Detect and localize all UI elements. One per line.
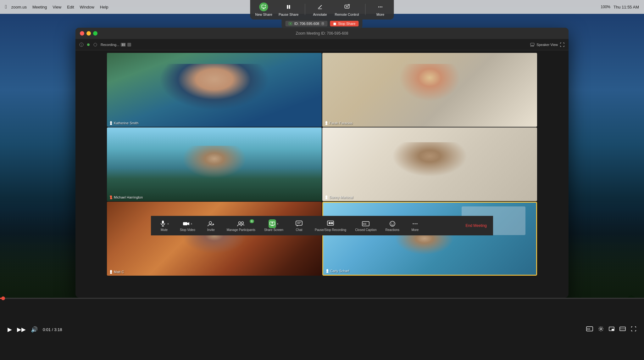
manage-participants-button[interactable]: 6 Manage Participants	[227, 220, 255, 232]
reactions-label: Reactions	[386, 228, 399, 232]
participants-count-badge: 6	[250, 219, 254, 223]
remote-control-button[interactable]: ↻ Remote Control	[335, 3, 359, 16]
new-share-label: New Share	[255, 13, 272, 16]
svg-point-61	[329, 222, 330, 224]
new-share-button[interactable]: New Share	[255, 3, 272, 16]
bottom-toolbar: ▲ Mute ▲ Stop Video	[151, 216, 493, 235]
remote-control-label: Remote Control	[335, 13, 359, 16]
stop-video-btn-group: ▲	[182, 220, 193, 228]
mute-btn-group: ▲	[159, 220, 169, 228]
menubar-window[interactable]: Window	[80, 5, 94, 9]
share-screen-label: Share Screen	[264, 228, 283, 232]
subtitles-button[interactable]: CC	[586, 326, 593, 333]
speaker-view-icon	[530, 43, 535, 47]
participant-name-farah: Farah Faracias	[325, 121, 353, 125]
apple-menu-icon[interactable]: 	[5, 4, 7, 10]
svg-rect-57	[296, 221, 302, 225]
svg-point-71	[417, 223, 418, 224]
svg-point-39	[325, 195, 327, 198]
pause-share-button[interactable]: Pause Share	[279, 3, 299, 16]
video-player-bar: ▶ ▶▶ 🔊 0:01 / 3:18 CC	[0, 298, 644, 360]
svg-rect-44	[162, 221, 164, 224]
reactions-button[interactable]: Reactions	[386, 220, 399, 232]
menubar-right: 100% Thu 11:55 AM	[601, 5, 639, 9]
video-tile-matt: Matt C	[107, 202, 322, 276]
participant-name-carly: Carly Scharf	[326, 269, 349, 273]
svg-rect-21	[333, 23, 336, 25]
skip-next-button[interactable]: ▶▶	[17, 326, 26, 333]
speaker-view-label: Speaker View	[536, 43, 558, 47]
svg-text:CC: CC	[587, 328, 590, 330]
volume-button[interactable]: 🔊	[31, 326, 38, 333]
pause-stop-recording-label: Pause/Stop Recording	[315, 228, 346, 232]
play-button[interactable]: ▶	[8, 326, 12, 333]
more-label: More	[376, 13, 384, 16]
video-tile-danny: Danny Mariscal	[322, 127, 537, 201]
annotate-icon	[315, 3, 324, 11]
svg-point-67	[391, 223, 392, 223]
svg-rect-47	[183, 222, 187, 225]
share-screen-arrow-icon[interactable]: ▲	[276, 222, 279, 225]
stop-share-label: Stop Share	[338, 22, 355, 25]
speaker-view-button[interactable]: Speaker View	[530, 42, 565, 47]
minimize-button[interactable]	[86, 31, 91, 36]
share-screen-button[interactable]: ▲ Share Screen	[264, 220, 283, 232]
participant-name-matt: Matt C	[109, 270, 124, 274]
mini-player-button[interactable]	[609, 327, 614, 332]
maximize-button[interactable]	[93, 31, 97, 36]
svg-rect-62	[331, 222, 332, 224]
svg-rect-63	[332, 222, 333, 224]
svg-rect-28	[532, 46, 533, 46]
shield-icon	[87, 43, 90, 46]
menubar-meeting[interactable]: Meeting	[32, 5, 47, 9]
more-button[interactable]: More	[372, 3, 389, 16]
stop-share-button[interactable]: Stop Share	[330, 21, 358, 26]
annotate-button[interactable]: Annotate	[311, 3, 328, 16]
recording-stop-button[interactable]	[127, 43, 131, 47]
menubar-view[interactable]: View	[53, 5, 61, 9]
svg-rect-6	[287, 5, 288, 9]
menubar-help[interactable]: Help	[100, 5, 108, 9]
toolbar-main: New Share Pause Share Annotate	[250, 0, 394, 20]
toolbar-sep-1	[305, 4, 305, 15]
stop-video-button[interactable]: ▲ Stop Video	[180, 220, 195, 232]
closed-caption-icon: CC	[362, 220, 369, 228]
closed-caption-button[interactable]: CC Closed Caption	[355, 220, 376, 232]
mute-button[interactable]: ▲ Mute	[157, 220, 171, 232]
pause-stop-recording-button[interactable]: Pause/Stop Recording	[315, 220, 346, 232]
svg-point-15	[381, 7, 382, 8]
more-options-button[interactable]: More	[408, 220, 422, 232]
menubar-edit[interactable]: Edit	[67, 5, 74, 9]
svg-point-70	[415, 223, 416, 224]
video-tile-michael: Michael Harrington	[107, 127, 322, 201]
svg-point-25	[94, 43, 97, 46]
chat-button[interactable]: Chat	[292, 220, 306, 232]
invite-button[interactable]: Invite	[204, 220, 218, 232]
video-grid: Katherine Smith Farah Faracias Michael H…	[75, 50, 569, 278]
theater-mode-button[interactable]	[619, 327, 626, 332]
svg-text:i: i	[81, 43, 82, 47]
reactions-icon	[389, 220, 396, 228]
toolbar-sep-2	[365, 4, 366, 15]
zoom-toolbar-bar: i Recording... Speaker View	[75, 39, 569, 50]
svg-point-66	[390, 221, 395, 226]
recording-pause-button[interactable]	[121, 43, 126, 47]
more-options-icon	[411, 220, 419, 228]
mute-arrow-icon[interactable]: ▲	[167, 222, 169, 225]
svg-rect-20	[322, 24, 323, 24]
video-tile-farah: Farah Faracias	[322, 53, 537, 127]
progress-bar[interactable]	[0, 298, 644, 299]
cloud-record-icon	[93, 42, 97, 47]
svg-point-17	[290, 23, 291, 24]
settings-button[interactable]	[598, 326, 604, 333]
fullscreen-icon[interactable]	[560, 42, 565, 47]
stop-video-arrow-icon[interactable]: ▲	[190, 222, 193, 225]
end-meeting-button[interactable]: End Meeting	[466, 223, 487, 228]
meeting-id: ID: 706-595-608	[294, 22, 319, 25]
pause-recording-icon	[327, 220, 334, 228]
fullscreen-player-button[interactable]	[631, 326, 636, 333]
close-button[interactable]	[80, 31, 84, 36]
recording-indicator: Recording...	[101, 43, 131, 47]
svg-point-43	[326, 269, 328, 272]
menubar-zoom[interactable]: zoom.us	[11, 5, 27, 9]
